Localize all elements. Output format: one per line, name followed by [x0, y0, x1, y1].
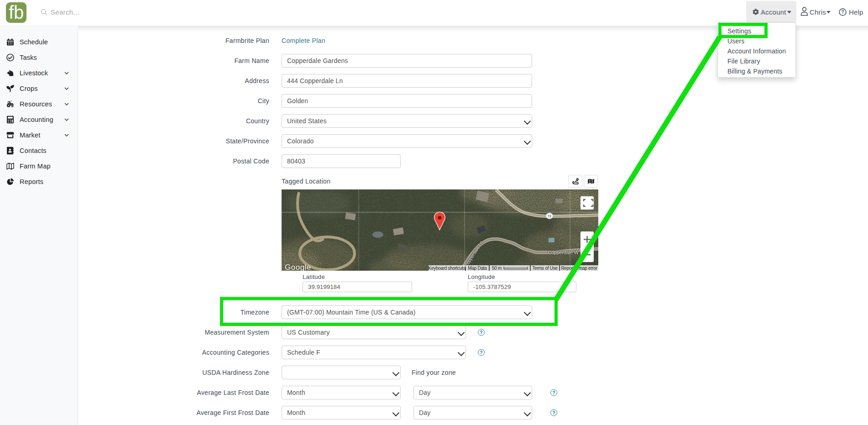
- svg-text:50 m: 50 m: [492, 266, 502, 271]
- svg-text:Map Data: Map Data: [468, 266, 487, 271]
- svg-text:Copperdale W: Copperdale W: [548, 250, 578, 255]
- svg-text:Google: Google: [285, 263, 311, 271]
- svg-text:Report a map error: Report a map error: [561, 266, 597, 271]
- svg-text:72: 72: [548, 214, 551, 218]
- svg-text:Keyboard shortcuts: Keyboard shortcuts: [429, 266, 465, 271]
- svg-text:?: ?: [841, 10, 844, 15]
- svg-text:Terms of Use: Terms of Use: [532, 266, 558, 271]
